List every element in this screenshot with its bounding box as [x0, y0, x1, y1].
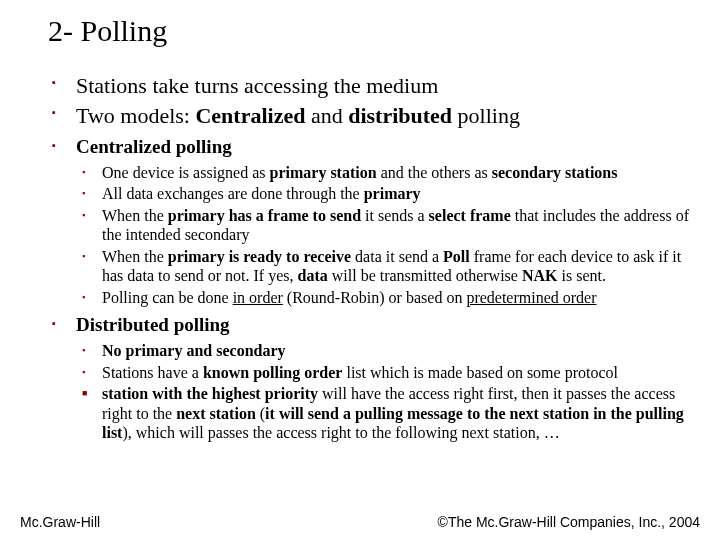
text-bold: known polling order	[203, 364, 343, 381]
centralized-item: One device is assigned as primary statio…	[76, 163, 690, 183]
text: Two models:	[76, 103, 195, 128]
text-bold: next station	[176, 405, 256, 422]
bullet-distributed-heading: Distributed polling No primary and secon…	[48, 313, 690, 442]
centralized-item: When the primary has a frame to send it …	[76, 206, 690, 245]
text-underline: predetermined order	[466, 289, 596, 306]
text: list which is made based on some protoco…	[342, 364, 618, 381]
distributed-item: station with the highest priority will h…	[76, 384, 690, 443]
text: ), which will passes the access right to…	[122, 424, 559, 441]
text: (	[256, 405, 265, 422]
text: When the	[102, 248, 168, 265]
text-bold: primary	[364, 185, 421, 202]
bullet-centralized-heading: Centralized polling One device is assign…	[48, 135, 690, 307]
slide-title: 2- Polling	[48, 14, 167, 48]
footer-right: ©The Mc.Graw-Hill Companies, Inc., 2004	[438, 514, 700, 530]
footer-left: Mc.Graw-Hill	[20, 514, 100, 530]
text: polling	[452, 103, 520, 128]
text: and	[305, 103, 348, 128]
text: All data exchanges are done through the	[102, 185, 364, 202]
bullet-list: Stations take turns accessing the medium…	[48, 72, 690, 443]
bullet-stations: Stations take turns accessing the medium	[48, 72, 690, 100]
text: data it send a	[351, 248, 443, 265]
text-bold: primary is ready to receive	[168, 248, 351, 265]
centralized-item: When the primary is ready to receive dat…	[76, 247, 690, 286]
text: One device is assigned as	[102, 164, 270, 181]
text: Centralized polling	[76, 136, 232, 157]
distributed-item: Stations have a known polling order list…	[76, 363, 690, 383]
text-underline: in order	[233, 289, 283, 306]
text: is sent.	[558, 267, 606, 284]
text-bold: Centralized	[195, 103, 305, 128]
text-bold: secondary stations	[492, 164, 618, 181]
text-bold: data	[298, 267, 328, 284]
text: (Round-Robin) or based on	[283, 289, 467, 306]
text: Polling can be done	[102, 289, 233, 306]
centralized-list: One device is assigned as primary statio…	[76, 163, 690, 308]
centralized-item: All data exchanges are done through the …	[76, 184, 690, 204]
slide: 2- Polling Stations take turns accessing…	[0, 0, 720, 540]
bullet-two-models: Two models: Centralized and distributed …	[48, 102, 690, 130]
text-bold: NAK	[522, 267, 558, 284]
text-bold: distributed	[348, 103, 452, 128]
text: it sends a	[361, 207, 429, 224]
distributed-item: No primary and secondary	[76, 341, 690, 361]
text: Distributed polling	[76, 314, 230, 335]
text-bold: primary station	[270, 164, 377, 181]
text-bold: primary has a frame to send	[168, 207, 361, 224]
centralized-item: Polling can be done in order (Round-Robi…	[76, 288, 690, 308]
text: When the	[102, 207, 168, 224]
text-bold: No primary and secondary	[102, 342, 286, 359]
text-bold: select frame	[429, 207, 511, 224]
text: Stations take turns accessing the medium	[76, 73, 438, 98]
text-bold: Poll	[443, 248, 470, 265]
text: will be transmitted otherwise	[328, 267, 522, 284]
text: and the others as	[377, 164, 492, 181]
slide-content: Stations take turns accessing the medium…	[48, 72, 690, 445]
distributed-list: No primary and secondary Stations have a…	[76, 341, 690, 443]
text: Stations have a	[102, 364, 203, 381]
text-bold: station with the highest priority	[102, 385, 318, 402]
